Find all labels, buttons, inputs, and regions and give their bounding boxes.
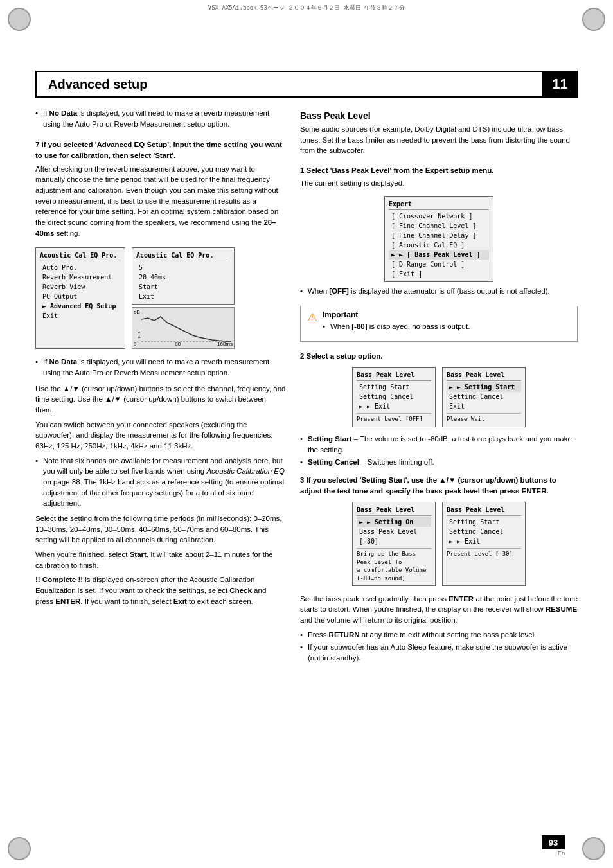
bass-screen-right: Bass Peak Level ► Setting Start Setting … bbox=[442, 367, 526, 427]
bass-screens-pair2: Bass Peak Level ► Setting On Bass Peak L… bbox=[300, 502, 578, 585]
screen-pair-1: Acoustic Cal EQ Pro. Auto Pro. Reverb Me… bbox=[35, 247, 286, 349]
left-column: If No Data is displayed, you will need t… bbox=[35, 108, 286, 833]
bass-right-title: Bass Peak Level bbox=[447, 370, 521, 381]
screen2-item-1: 5 bbox=[136, 263, 230, 272]
screen2-container: Acoustic Cal EQ Pro. 5 20–40ms Start Exi… bbox=[132, 247, 235, 349]
nav-text: Use the ▲/▼ (cursor up/down) buttons to … bbox=[35, 384, 286, 416]
bass3-right-item3: ► Exit bbox=[447, 536, 521, 546]
expert-screen-container: Expert [ Crossover Network ] [ Fine Chan… bbox=[300, 196, 578, 282]
top-metadata: VSX-AX5Ai.book 93ページ ２００４年６月２日 水曜日 午後３時２… bbox=[39, 4, 574, 12]
bass-left-item1: Setting Start bbox=[357, 382, 431, 392]
bullet-off: When [OFF] is displayed the attenuator i… bbox=[300, 286, 578, 297]
bass3-right-title: Bass Peak Level bbox=[447, 505, 521, 516]
screen-acoustic-cal-1: Acoustic Cal EQ Pro. Auto Pro. Reverb Me… bbox=[35, 247, 125, 349]
step3-heading: 3 If you selected 'Setting Start', use t… bbox=[300, 475, 578, 496]
bass3-left-title: Bass Peak Level bbox=[357, 505, 431, 516]
right-column: Bass Peak Level Some audio sources (for … bbox=[300, 108, 578, 833]
bass3-right-item2: Setting Cancel bbox=[447, 527, 521, 536]
screen1-item-3: Reverb View bbox=[40, 282, 121, 292]
expert-item-1: [ Crossover Network ] bbox=[389, 211, 489, 221]
corner-decoration-br bbox=[582, 837, 605, 860]
expert-screen: Expert [ Crossover Network ] [ Fine Chan… bbox=[384, 196, 493, 282]
corner-decoration-bl bbox=[8, 837, 31, 860]
expert-item-7: [ Exit ] bbox=[389, 269, 489, 279]
expert-item-3: [ Fine Channel Delay ] bbox=[389, 231, 489, 240]
screen-acoustic-cal-2: Acoustic Cal EQ Pro. 5 20–40ms Start Exi… bbox=[132, 247, 235, 305]
final-text: Set the bass peak level gradually, then … bbox=[300, 594, 578, 626]
complete-text: !! Complete !! is displayed on-screen af… bbox=[35, 574, 286, 607]
bass-right-item2: Setting Cancel bbox=[447, 392, 521, 402]
step2-heading: 2 Select a setup option. bbox=[300, 351, 578, 362]
expert-item-6: [ D-Range Control ] bbox=[389, 260, 489, 269]
bass-right-item1: ► Setting Start bbox=[447, 382, 521, 392]
screen1-title: Acoustic Cal EQ Pro. bbox=[40, 251, 121, 261]
screen1-item-1: Auto Pro. bbox=[40, 263, 121, 272]
screen1-item-2: Reverb Measurement bbox=[40, 272, 121, 282]
chapter-number: 11 bbox=[542, 71, 578, 98]
section-heading-bass: Bass Peak Level bbox=[300, 111, 578, 121]
speaker-text: You can switch between your connected sp… bbox=[35, 420, 286, 452]
expert-title: Expert bbox=[389, 199, 489, 210]
step1-sub: The current setting is displayed. bbox=[300, 178, 578, 189]
note-bands: Note that six bands are available for me… bbox=[35, 456, 286, 509]
corner-decoration-tl bbox=[8, 8, 31, 31]
page-footer: 93 En bbox=[542, 835, 565, 856]
chapter-title-box: Advanced setup bbox=[35, 71, 542, 98]
bass-left-bottom: Present Level [OFF] bbox=[357, 413, 431, 424]
bullet-setting-start: Setting Start – The volume is set to -80… bbox=[300, 434, 578, 455]
bass-right-bottom: Please Wait bbox=[447, 413, 521, 424]
select-text: Select the setting from the following ti… bbox=[35, 513, 286, 545]
bass-left-item3: ► Exit bbox=[357, 402, 431, 411]
eq-graph: dB 0 80 160ms ▼▼ bbox=[132, 307, 235, 349]
screen2-item-4: Exit bbox=[136, 292, 230, 301]
important-bullet: When [-80] is displayed, no bass is outp… bbox=[323, 321, 571, 332]
screen2-title: Acoustic Cal EQ Pro. bbox=[136, 251, 230, 261]
screen2-item-2: 20–40ms bbox=[136, 272, 230, 282]
chapter-title: Advanced setup bbox=[48, 77, 147, 92]
bass-screen-left: Bass Peak Level Setting Start Setting Ca… bbox=[352, 367, 436, 427]
step7-heading: 7 If you selected 'Advanced EQ Setup', i… bbox=[35, 139, 286, 161]
bass-right-item3: Exit bbox=[447, 402, 521, 411]
return-bullet: Press RETURN at any time to exit without… bbox=[300, 630, 578, 641]
waveform-svg bbox=[141, 313, 231, 345]
finish-text: When you're finished, select Start. It w… bbox=[35, 549, 286, 571]
bullet-setting-cancel: Setting Cancel – Switches limiting off. bbox=[300, 457, 578, 468]
step7-body: After checking on the reverb measurement… bbox=[35, 164, 286, 239]
chapter-header: Advanced setup 11 bbox=[35, 71, 578, 98]
sleep-bullet: If your subwoofer has an Auto Sleep feat… bbox=[300, 642, 578, 663]
page-lang: En bbox=[558, 850, 565, 856]
bass-screen3-left: Bass Peak Level ► Setting On Bass Peak L… bbox=[352, 502, 436, 585]
bullet-no-data-2: If No Data is displayed, you will need t… bbox=[35, 357, 286, 378]
content-area: If No Data is displayed, you will need t… bbox=[35, 108, 578, 833]
step1-heading: 1 Select 'Bass Peak Level' from the Expe… bbox=[300, 165, 578, 176]
important-title: Important bbox=[323, 310, 571, 319]
corner-decoration-tr bbox=[582, 8, 605, 31]
expert-item-4: [ Acoustic Cal EQ ] bbox=[389, 240, 489, 250]
important-icon: ⚠ bbox=[307, 312, 317, 323]
bass-left-title: Bass Peak Level bbox=[357, 370, 431, 381]
screen2-item-3: Start bbox=[136, 282, 230, 292]
screen1-item-6: Exit bbox=[40, 311, 121, 321]
screen1-item-4: PC Output bbox=[40, 292, 121, 301]
bass3-right-item1: Setting Start bbox=[447, 517, 521, 527]
bass3-left-bottom: Bring up the BassPeak Level Toa comforta… bbox=[357, 548, 431, 582]
bass3-left-item2: Bass Peak Level bbox=[357, 527, 431, 536]
bass3-right-bottom: Present Level [-30] bbox=[447, 548, 521, 559]
bass3-left-item3: [-80] bbox=[357, 536, 431, 546]
important-box: ⚠ Important When [-80] is displayed, no … bbox=[300, 306, 578, 342]
important-content: Important When [-80] is displayed, no ba… bbox=[323, 310, 571, 337]
expert-item-5: ► [ Bass Peak Level ] bbox=[389, 250, 489, 260]
page-number: 93 bbox=[542, 835, 565, 849]
bass-left-item2: Setting Cancel bbox=[357, 392, 431, 402]
bullet-no-data-1: If No Data is displayed, you will need t… bbox=[35, 108, 286, 129]
screen1-item-5: Advanced EQ Setup bbox=[40, 301, 121, 311]
expert-item-2: [ Fine Channel Level ] bbox=[389, 221, 489, 231]
bass3-left-item1: ► Setting On bbox=[357, 517, 431, 527]
bass-screens-pair1: Bass Peak Level Setting Start Setting Ca… bbox=[300, 367, 578, 427]
bass-screen3-right: Bass Peak Level Setting Start Setting Ca… bbox=[442, 502, 526, 585]
graph-y-axis: ▼▼ bbox=[132, 308, 141, 348]
intro-text: Some audio sources (for example, Dolby D… bbox=[300, 124, 578, 156]
